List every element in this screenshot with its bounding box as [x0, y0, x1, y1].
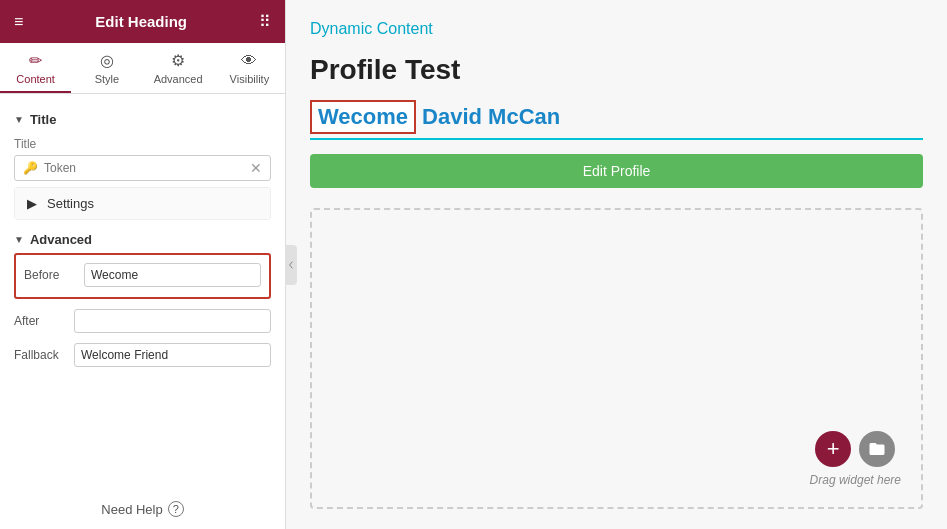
tab-visibility[interactable]: 👁 Visibility — [214, 43, 285, 93]
heading-name-part: David McCan — [416, 102, 566, 132]
token-input-wrapper: 🔑 ✕ — [14, 155, 271, 181]
token-input[interactable] — [44, 161, 250, 175]
heading-preview: Wecome David McCan — [310, 100, 923, 140]
tab-visibility-label: Visibility — [230, 73, 270, 85]
panel-header: ≡ Edit Heading ⠿ — [0, 0, 285, 43]
panel-tabs: ✏ Content ◎ Style ⚙ Advanced 👁 Visibilit… — [0, 43, 285, 94]
title-arrow-icon: ▼ — [14, 114, 24, 125]
tab-style[interactable]: ◎ Style — [71, 43, 142, 93]
tab-content-label: Content — [16, 73, 55, 85]
advanced-arrow-icon: ▼ — [14, 234, 24, 245]
panel-body: ▼ Title Title 🔑 ✕ ▶ Settings ▼ Advanced — [0, 94, 285, 489]
fallback-input[interactable] — [74, 343, 271, 367]
menu-icon[interactable]: ≡ — [14, 13, 23, 31]
help-icon: ? — [168, 501, 184, 517]
settings-arrow-icon: ▶ — [27, 196, 37, 211]
tab-advanced[interactable]: ⚙ Advanced — [143, 43, 214, 93]
folder-button[interactable] — [859, 431, 895, 467]
panel-title: Edit Heading — [23, 13, 259, 30]
settings-section: ▶ Settings — [14, 187, 271, 220]
style-icon: ◎ — [100, 51, 114, 70]
heading-wecome-part: Wecome — [310, 100, 416, 134]
content-icon: ✏ — [29, 51, 42, 70]
before-label: Before — [24, 268, 84, 282]
before-field-row: Before — [24, 263, 261, 287]
fallback-field-row: Fallback — [14, 339, 271, 371]
drag-widget-label: Drag widget here — [810, 473, 901, 487]
drag-widget-area: + Drag widget here — [310, 208, 923, 509]
advanced-section-header[interactable]: ▼ Advanced — [14, 226, 271, 253]
visibility-icon: 👁 — [241, 52, 257, 70]
after-field-row: After — [14, 305, 271, 337]
title-section-label: Title — [30, 112, 57, 127]
add-widget-button[interactable]: + — [815, 431, 851, 467]
key-icon: 🔑 — [23, 161, 38, 175]
after-label: After — [14, 314, 74, 328]
advanced-section: ▼ Advanced Before After Fallback — [14, 226, 271, 371]
tab-style-label: Style — [95, 73, 119, 85]
settings-section-header[interactable]: ▶ Settings — [15, 188, 270, 219]
settings-section-label: Settings — [47, 196, 94, 211]
advanced-section-label: Advanced — [30, 232, 92, 247]
edit-profile-button[interactable]: Edit Profile — [310, 154, 923, 188]
fallback-label: Fallback — [14, 348, 74, 362]
tab-content[interactable]: ✏ Content — [0, 43, 71, 93]
title-section-header[interactable]: ▼ Title — [14, 104, 271, 133]
collapse-handle[interactable] — [285, 245, 297, 285]
need-help[interactable]: Need Help ? — [0, 489, 285, 529]
clear-icon[interactable]: ✕ — [250, 160, 262, 176]
advanced-icon: ⚙ — [171, 51, 185, 70]
left-panel: ≡ Edit Heading ⠿ ✏ Content ◎ Style ⚙ Adv… — [0, 0, 286, 529]
title-field-label: Title — [14, 137, 271, 151]
profile-test-title: Profile Test — [310, 54, 923, 86]
chevron-left-icon — [287, 261, 295, 269]
folder-icon — [868, 440, 886, 458]
drag-controls: + Drag widget here — [810, 431, 901, 487]
need-help-label: Need Help — [101, 502, 162, 517]
right-panel: Dynamic Content Profile Test Wecome Davi… — [286, 0, 947, 529]
before-input[interactable] — [84, 263, 261, 287]
tab-advanced-label: Advanced — [154, 73, 203, 85]
dynamic-content-label: Dynamic Content — [310, 20, 923, 38]
grid-icon[interactable]: ⠿ — [259, 12, 271, 31]
advanced-fields-box: Before — [14, 253, 271, 299]
drag-buttons: + — [815, 431, 895, 467]
after-input[interactable] — [74, 309, 271, 333]
